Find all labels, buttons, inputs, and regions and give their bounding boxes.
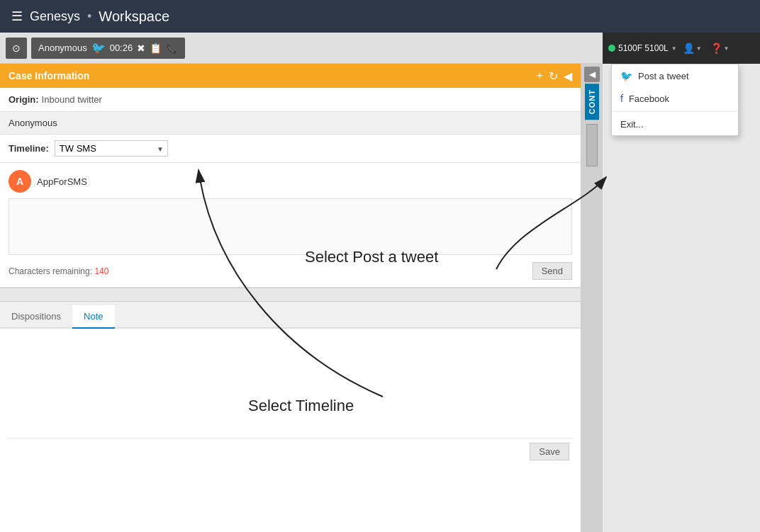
post-tweet-item[interactable]: 🐦 Post a tweet	[612, 64, 738, 87]
sidebar-scrollbar[interactable]	[586, 124, 598, 166]
add-case-button[interactable]: +	[537, 69, 543, 82]
refresh-case-button[interactable]: ↻	[549, 69, 558, 83]
title-bar: ☰ Genesys • Workspace	[0, 0, 760, 33]
agent-user-button[interactable]: 👤▼	[680, 41, 705, 55]
user-dropdown-icon: ▼	[696, 45, 702, 52]
help-dropdown-icon: ▼	[724, 45, 730, 52]
menu-separator	[612, 111, 738, 112]
tab-note[interactable]: Note	[72, 305, 114, 329]
sidebar-contact-tab[interactable]: CONT	[585, 84, 599, 120]
agent-display-name: 5100F 5100L	[618, 43, 669, 53]
post-tweet-label: Post a tweet	[638, 71, 689, 81]
divider-bar	[0, 288, 581, 302]
post-dropdown-menu: 🐦 Post a tweet f Facebook Exit...	[611, 64, 739, 136]
page-title: Workspace	[99, 9, 169, 25]
settings-icon-btn[interactable]: ⊙	[6, 38, 27, 59]
genesys-brand: Genesys	[30, 9, 80, 24]
save-button[interactable]: Save	[530, 443, 569, 460]
chars-count: 140	[94, 266, 108, 276]
notes-textarea[interactable]	[7, 336, 574, 435]
notes-area: Save	[0, 329, 581, 532]
exit-item[interactable]: Exit...	[612, 113, 738, 135]
tweet-area: A AppForSMS Characters remaining: 140 Se…	[0, 163, 581, 288]
timeline-label: Timeline:	[9, 143, 49, 154]
app-name: AppForSMS	[37, 176, 87, 187]
agent-name: Anonymous	[38, 43, 87, 53]
app-initial: A	[16, 176, 23, 187]
agent-name-button[interactable]: 5100F 5100L ▼	[618, 43, 677, 53]
chars-label: Characters remaining:	[9, 266, 92, 276]
agent-badge: Anonymous 🐦 00:26 ✖ 📋 📞	[31, 38, 185, 59]
origin-row: Origin: Inbound twitter	[0, 88, 581, 112]
facebook-menu-icon: f	[620, 93, 623, 104]
annotation-post-tweet: Select Post a tweet	[305, 248, 438, 266]
agent-top-bar: 5100F 5100L ▼ 👤▼ ❓▼	[603, 33, 760, 64]
separator: •	[87, 9, 91, 24]
app-icon-row: A AppForSMS	[9, 170, 572, 193]
agent-status-indicator	[608, 45, 615, 52]
conference-icon: 📞	[166, 43, 178, 54]
genesys-logo-icon: ☰	[11, 9, 23, 24]
agent-panel: 5100F 5100L ▼ 👤▼ ❓▼ 🐦 Post a tweet f Fac…	[603, 33, 760, 64]
tabs-bar: Dispositions Note	[0, 302, 581, 329]
twitter-icon: 🐦	[91, 41, 106, 55]
origin-value: Inbound twitter	[42, 94, 102, 105]
agent-help-button[interactable]: ❓▼	[708, 41, 732, 55]
chars-remaining: Characters remaining: 140	[9, 266, 108, 276]
call-timer: 00:26	[110, 43, 133, 53]
send-button[interactable]: Send	[532, 262, 572, 280]
end-call-icon: ✖	[137, 43, 145, 54]
case-info-label: Case Information	[9, 70, 89, 81]
case-info-actions: + ↻ ◀	[537, 69, 572, 83]
facebook-label: Facebook	[629, 94, 669, 104]
tweet-footer: Characters remaining: 140 Send	[9, 262, 572, 280]
case-info-bar: Case Information + ↻ ◀	[0, 64, 581, 88]
twitter-menu-icon: 🐦	[620, 70, 632, 81]
sidebar-collapse-arrow[interactable]: ◀	[584, 67, 600, 82]
timeline-row: Timeline: TW SMS ▼	[0, 135, 581, 163]
agent-dropdown-arrow-icon: ▼	[671, 45, 677, 52]
exit-label: Exit...	[620, 119, 644, 130]
contact-name-text: Anonymous	[9, 118, 57, 128]
timeline-select-wrapper: TW SMS ▼	[55, 140, 168, 157]
contact-name: Anonymous	[0, 112, 581, 135]
save-row: Save	[7, 438, 574, 465]
facebook-item[interactable]: f Facebook	[612, 87, 738, 110]
annotation-select-timeline: Select Timeline	[248, 397, 354, 415]
app-avatar: A	[9, 170, 31, 193]
right-sidebar: ◀ CONT	[581, 64, 603, 532]
origin-label: Origin:	[9, 94, 39, 105]
timeline-select[interactable]: TW SMS	[55, 140, 168, 157]
collapse-button[interactable]: ◀	[564, 69, 572, 83]
tab-dispositions[interactable]: Dispositions	[0, 305, 72, 329]
left-panel: Case Information + ↻ ◀ Origin: Inbound t…	[0, 64, 581, 532]
transfer-icon: 📋	[150, 43, 162, 54]
tweet-textarea[interactable]	[9, 198, 572, 255]
